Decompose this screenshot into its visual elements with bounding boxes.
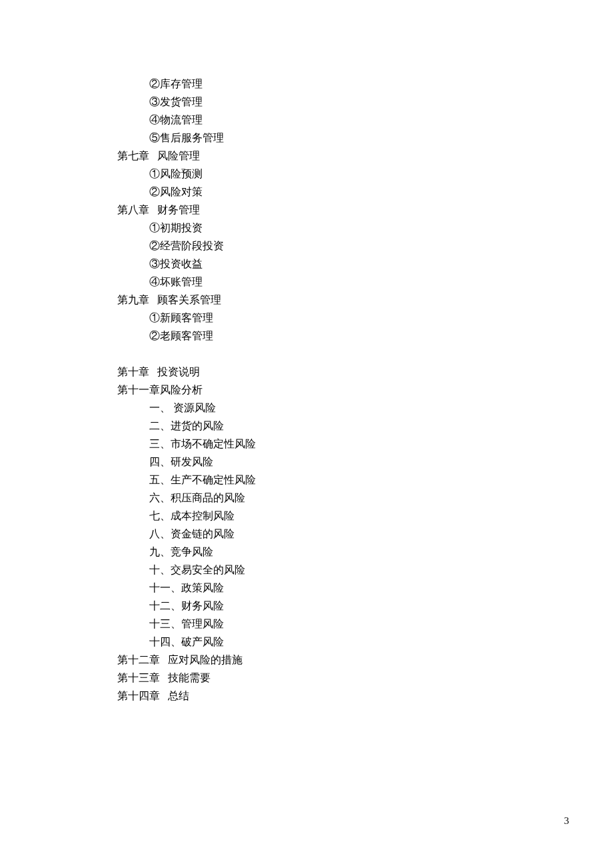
blank-line xyxy=(117,345,613,363)
toc-item: ⑤售后服务管理 xyxy=(117,129,613,147)
toc-item: ②经营阶段投资 xyxy=(117,237,613,255)
toc-chapter: 第八章 财务管理 xyxy=(117,201,613,219)
toc-item: 五、生产不确定性风险 xyxy=(117,471,613,489)
toc-item: 七、成本控制风险 xyxy=(117,507,613,525)
toc-chapter: 第九章 顾客关系管理 xyxy=(117,291,613,309)
toc-item: ②老顾客管理 xyxy=(117,327,613,345)
toc-item: ②库存管理 xyxy=(117,75,613,93)
toc-chapter: 第十一章风险分析 xyxy=(117,381,613,399)
toc-item: ①初期投资 xyxy=(117,219,613,237)
toc-item: ①新顾客管理 xyxy=(117,309,613,327)
toc-item: 九、竞争风险 xyxy=(117,543,613,561)
toc-item: 八、资金链的风险 xyxy=(117,525,613,543)
toc-item: 六、积压商品的风险 xyxy=(117,489,613,507)
toc-item: ③投资收益 xyxy=(117,255,613,273)
toc-item: 三、市场不确定性风险 xyxy=(117,435,613,453)
toc-item: ①风险预测 xyxy=(117,165,613,183)
document-page: ②库存管理 ③发货管理 ④物流管理 ⑤售后服务管理 第七章 风险管理 ①风险预测… xyxy=(0,0,613,705)
toc-item: 四、研发风险 xyxy=(117,453,613,471)
toc-item: ④坏账管理 xyxy=(117,273,613,291)
toc-chapter: 第七章 风险管理 xyxy=(117,147,613,165)
toc-item: ②风险对策 xyxy=(117,183,613,201)
toc-item: 二、进货的风险 xyxy=(117,417,613,435)
toc-item: 十、交易安全的风险 xyxy=(117,561,613,579)
toc-item: 十三、管理风险 xyxy=(117,615,613,633)
toc-item: 十二、财务风险 xyxy=(117,597,613,615)
toc-item: 十一、政策风险 xyxy=(117,579,613,597)
toc-chapter: 第十三章 技能需要 xyxy=(117,669,613,687)
toc-chapter: 第十章 投资说明 xyxy=(117,363,613,381)
toc-item: ④物流管理 xyxy=(117,111,613,129)
toc-item: 一、 资源风险 xyxy=(117,399,613,417)
toc-item: ③发货管理 xyxy=(117,93,613,111)
page-number: 3 xyxy=(564,815,570,827)
toc-item: 十四、破产风险 xyxy=(117,633,613,651)
toc-chapter: 第十四章 总结 xyxy=(117,687,613,705)
toc-chapter: 第十二章 应对风险的措施 xyxy=(117,651,613,669)
